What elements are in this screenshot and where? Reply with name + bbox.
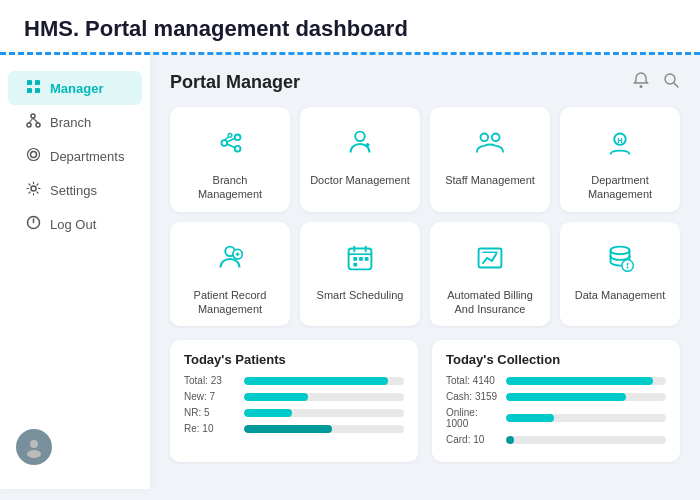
stat-bar-bg-online	[506, 414, 666, 422]
svg-point-24	[228, 134, 232, 138]
page-title: HMS. Portal management dashboard	[24, 16, 676, 42]
stat-bar-bg-total	[244, 377, 404, 385]
svg-point-11	[31, 186, 36, 191]
sidebar-item-logout[interactable]: Log Out	[8, 207, 142, 241]
stat-row-cash: Cash: 3159	[446, 391, 666, 402]
card-label-patient-record: Patient Record Management	[180, 288, 280, 317]
department-management-icon: H	[598, 121, 642, 165]
card-billing[interactable]: Automated Billing And Insurance	[430, 222, 550, 327]
stat-row-total: Total: 23	[184, 375, 404, 386]
todays-patients-box: Today's Patients Total: 23 New: 7 NR: 5	[170, 340, 418, 462]
svg-text:H: H	[617, 136, 622, 145]
svg-line-23	[227, 144, 235, 148]
card-doctor-management[interactable]: Doctor Management	[300, 107, 420, 212]
manager-icon	[24, 79, 42, 97]
notification-icon[interactable]	[632, 71, 650, 93]
cards-grid: Branch Management Doctor Management	[170, 107, 680, 326]
settings-icon	[24, 181, 42, 199]
svg-point-20	[235, 134, 241, 140]
svg-point-19	[221, 140, 227, 146]
card-staff-management[interactable]: Staff Management	[430, 107, 550, 212]
smart-scheduling-icon	[338, 236, 382, 280]
svg-line-7	[29, 118, 33, 123]
portal-manager-title: Portal Manager	[170, 72, 300, 93]
stat-row-new: New: 7	[184, 391, 404, 402]
logout-icon	[24, 215, 42, 233]
svg-point-15	[27, 450, 41, 458]
stat-bar-re	[244, 425, 332, 433]
branch-management-icon	[208, 121, 252, 165]
stat-label-cash: Cash: 3159	[446, 391, 498, 402]
stat-bar-collection-total	[506, 377, 653, 385]
svg-rect-44	[353, 262, 357, 266]
svg-rect-1	[35, 80, 40, 85]
main-layout: Manager Branch	[0, 55, 700, 489]
sidebar: Manager Branch	[0, 55, 150, 489]
stat-bar-bg-card	[506, 436, 666, 444]
stat-bar-bg-nr	[244, 409, 404, 417]
stat-row-nr: NR: 5	[184, 407, 404, 418]
billing-icon	[468, 236, 512, 280]
departments-icon	[24, 147, 42, 165]
stat-bar-total	[244, 377, 388, 385]
svg-point-47	[611, 246, 630, 254]
stat-bar-card	[506, 436, 514, 444]
svg-point-30	[492, 134, 500, 142]
card-data-management[interactable]: Data Management	[560, 222, 680, 327]
svg-rect-3	[35, 88, 40, 93]
stat-bar-bg-new	[244, 393, 404, 401]
stat-label-nr: NR: 5	[184, 407, 236, 418]
main-content: Portal Manager	[150, 55, 700, 489]
svg-point-6	[36, 123, 40, 127]
stat-bar-nr	[244, 409, 292, 417]
sidebar-label-logout: Log Out	[50, 217, 96, 232]
svg-point-50	[627, 266, 629, 268]
card-label-doctor-management: Doctor Management	[310, 173, 410, 187]
stat-bar-bg-collection-total	[506, 377, 666, 385]
sidebar-item-settings[interactable]: Settings	[8, 173, 142, 207]
svg-line-22	[227, 138, 235, 142]
svg-point-17	[665, 74, 675, 84]
stat-bar-cash	[506, 393, 626, 401]
card-label-branch-management: Branch Management	[180, 173, 280, 202]
sidebar-nav: Manager Branch	[0, 71, 150, 417]
svg-rect-2	[27, 88, 32, 93]
card-department-management[interactable]: H Department Management	[560, 107, 680, 212]
svg-point-29	[481, 134, 489, 142]
svg-rect-45	[479, 248, 502, 267]
stat-label-card: Card: 10	[446, 434, 498, 445]
card-label-staff-management: Staff Management	[445, 173, 535, 187]
svg-line-8	[33, 118, 38, 123]
stat-bar-bg-re	[244, 425, 404, 433]
search-icon[interactable]	[662, 71, 680, 93]
stat-label-new: New: 7	[184, 391, 236, 402]
card-patient-record[interactable]: Patient Record Management	[170, 222, 290, 327]
card-branch-management[interactable]: Branch Management	[170, 107, 290, 212]
card-label-billing: Automated Billing And Insurance	[440, 288, 540, 317]
sidebar-item-departments[interactable]: Departments	[8, 139, 142, 173]
svg-rect-42	[359, 257, 363, 261]
svg-point-5	[27, 123, 31, 127]
svg-point-4	[31, 114, 35, 118]
stats-section: Today's Patients Total: 23 New: 7 NR: 5	[170, 340, 680, 462]
svg-point-21	[235, 146, 241, 152]
svg-rect-41	[353, 257, 357, 261]
content-header: Portal Manager	[170, 71, 680, 93]
stat-label-online: Online: 1000	[446, 407, 498, 429]
card-smart-scheduling[interactable]: Smart Scheduling	[300, 222, 420, 327]
card-label-department-management: Department Management	[570, 173, 670, 202]
staff-management-icon	[468, 121, 512, 165]
sidebar-label-manager: Manager	[50, 81, 103, 96]
stat-row-re: Re: 10	[184, 423, 404, 434]
branch-icon	[24, 113, 42, 131]
card-label-data-management: Data Management	[575, 288, 666, 302]
sidebar-label-branch: Branch	[50, 115, 91, 130]
avatar[interactable]	[16, 429, 52, 465]
todays-collection-box: Today's Collection Total: 4140 Cash: 315…	[432, 340, 680, 462]
sidebar-item-manager[interactable]: Manager	[8, 71, 142, 105]
svg-rect-0	[27, 80, 32, 85]
doctor-management-icon	[338, 121, 382, 165]
patient-record-icon	[208, 236, 252, 280]
svg-point-10	[27, 149, 39, 161]
sidebar-item-branch[interactable]: Branch	[8, 105, 142, 139]
